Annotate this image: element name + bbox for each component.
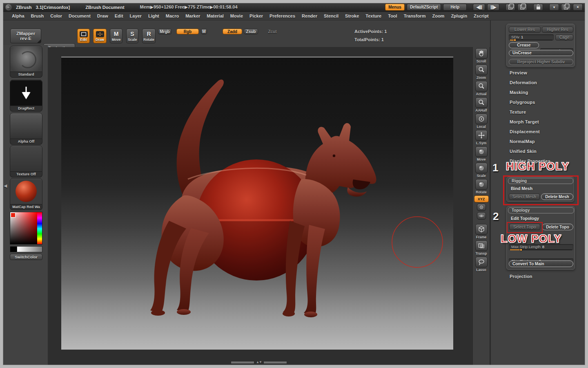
strip-item-scale[interactable]: Scale [475, 163, 488, 178]
palette-section-projection[interactable]: Projection [506, 272, 580, 281]
lower-res-button[interactable]: Lower Res [509, 27, 541, 33]
stroke-selector[interactable]: DragRect [10, 80, 42, 112]
cage-button[interactable]: Cage [555, 34, 573, 40]
edit-button[interactable]: Edit [77, 29, 90, 43]
paste-frame-button[interactable] [517, 4, 527, 11]
menu-item-layer[interactable]: Layer [130, 13, 142, 18]
copy-frame-button[interactable] [506, 4, 515, 11]
edit-topology-button[interactable]: Edit Topology [511, 216, 539, 221]
lock-button[interactable] [533, 4, 543, 11]
strip-item-transp[interactable]: Transp [475, 240, 488, 256]
rgb-button[interactable]: Rgb [176, 29, 199, 34]
strip-item-lasso[interactable]: Lasso [475, 257, 488, 272]
help-button[interactable]: Help [443, 4, 467, 11]
palette-section-morph-target[interactable]: Morph Target [506, 117, 580, 127]
menu-item-draw[interactable]: Draw [97, 13, 108, 18]
zmapper-button[interactable]: ZMapper rev-E [10, 29, 41, 43]
palette-section-unified-skin[interactable]: Unified Skin [506, 146, 580, 156]
switch-color-button[interactable]: SwitchColor [10, 254, 42, 260]
restore-button[interactable] [561, 4, 571, 11]
palette-section-displacement[interactable]: Displacement [506, 127, 580, 137]
move-button[interactable]: M Move [110, 29, 122, 43]
select-mesh-button[interactable]: Select Mesh [509, 193, 540, 200]
menu-item-light[interactable]: Light [148, 13, 159, 18]
menu-item-brush[interactable]: Brush [31, 13, 44, 18]
strip-item-aahalf[interactable]: AAHalf [475, 97, 488, 112]
scrollbar-bar[interactable] [263, 361, 287, 364]
document-canvas[interactable] [61, 56, 453, 350]
zcut-button[interactable]: Zcut [266, 29, 278, 34]
material-selector[interactable]: MatCap Red Wa [10, 178, 42, 210]
black-swatch[interactable] [10, 246, 17, 252]
menu-item-material[interactable]: Material [207, 13, 224, 18]
bind-mesh-button[interactable]: Bind Mesh [511, 186, 532, 191]
palette-section-normalmap[interactable]: NormalMap [506, 137, 580, 146]
defaultzscript-button[interactable]: DefaultZScript [407, 4, 441, 11]
scrollbar-arrows-icon[interactable]: ▲▼ [256, 361, 262, 364]
close-button[interactable]: × [573, 4, 583, 11]
nav-back-button[interactable]: ◀|||| [473, 4, 485, 11]
strip-item-zoom[interactable]: Zoom [475, 65, 488, 80]
strip-item-lsym[interactable]: L.Sym [475, 130, 488, 145]
scale-button[interactable]: S Scale [126, 29, 138, 43]
menu-item-zscript[interactable]: Zscript [474, 13, 489, 18]
palette-section-polygroups[interactable]: Polygroups [506, 97, 580, 107]
strip-item-local[interactable]: Local [475, 114, 488, 129]
strip-item-move[interactable]: Move [475, 146, 488, 162]
topology-header[interactable]: Topology [508, 207, 574, 213]
palette-section-masking[interactable]: Masking [506, 88, 580, 97]
menu-item-movie[interactable]: Movie [230, 13, 243, 18]
menu-item-marker[interactable]: Marker [185, 13, 200, 18]
strip-item-xyz[interactable]: XYZ [474, 195, 489, 202]
menu-item-picker[interactable]: Picker [249, 13, 263, 18]
draw-button[interactable]: Draw [93, 29, 107, 43]
gray-gradient-bar[interactable] [17, 246, 42, 252]
canvas-hscrollbar[interactable]: ▲▼ [231, 361, 287, 364]
reproject-button[interactable]: Reproject Higher Subdiv [509, 59, 573, 65]
panel-collapse-arrow-icon[interactable]: ◀ [4, 183, 7, 188]
alpha-selector[interactable]: Alpha Off [10, 113, 42, 145]
nav-forward-button[interactable]: ||||▶ [487, 4, 499, 11]
zsub-button[interactable]: Zsub [244, 29, 258, 34]
delete-mesh-button[interactable]: Delete Mesh [541, 193, 573, 200]
rigging-header[interactable]: Rigging [508, 178, 573, 184]
menu-item-document[interactable]: Document [69, 13, 91, 18]
menu-item-transform[interactable]: Transform [404, 13, 426, 18]
menu-item-texture[interactable]: Texture [365, 13, 381, 18]
palette-section-preview[interactable]: Preview [506, 68, 580, 78]
brush-selector[interactable]: Standard [10, 46, 42, 78]
delete-topo-button[interactable]: Delete Topo [542, 224, 573, 230]
menu-item-stroke[interactable]: Stroke [345, 13, 359, 18]
texture-selector[interactable]: Texture Off [10, 146, 42, 177]
hue-bar[interactable] [37, 212, 42, 244]
menu-item-render[interactable]: Render [302, 13, 317, 18]
palette-section-texture[interactable]: Texture [506, 107, 580, 117]
scrollbar-bar[interactable] [231, 361, 254, 364]
menu-item-macro[interactable]: Macro [166, 13, 179, 18]
zadd-button[interactable]: Zadd [223, 29, 242, 34]
palette-section-deformation[interactable]: Deformation [506, 78, 580, 88]
menus-button[interactable]: Menus [385, 4, 405, 11]
m-button[interactable]: M [201, 29, 207, 34]
menu-item-stencil[interactable]: Stencil [324, 13, 339, 18]
mrgb-button[interactable]: Mrgb [158, 29, 172, 34]
select-topo-button[interactable]: Select Topo [509, 224, 540, 230]
menu-item-zplugin[interactable]: Zplugin [451, 13, 467, 18]
minimize-button[interactable]: ▾ [549, 4, 559, 11]
uncrease-button[interactable]: UnCrease [509, 50, 573, 56]
menu-item-edit[interactable]: Edit [115, 13, 123, 18]
strip-item-orbit-icon[interactable] [477, 212, 486, 220]
crease-button[interactable]: Crease [509, 42, 539, 48]
strip-item-actual[interactable]: Actual [475, 81, 488, 96]
strip-item-frame[interactable]: Frame [475, 224, 488, 239]
sdiv-slider[interactable]: SDiv 1 [509, 34, 554, 40]
convert-to-main-button[interactable]: Convert To Main [509, 260, 573, 267]
menu-item-alpha[interactable]: Alpha [12, 13, 24, 18]
menu-item-zoom[interactable]: Zoom [432, 13, 444, 18]
gray-gradient-row[interactable] [10, 246, 42, 252]
strip-item-rotate[interactable]: Rotate [475, 179, 488, 194]
rotate-button[interactable]: R Rotate [142, 29, 156, 43]
strip-item-pivot-icon[interactable] [477, 204, 486, 211]
strip-item-scroll[interactable]: Scroll [475, 48, 488, 63]
higher-res-button[interactable]: Higher Res [542, 27, 573, 33]
